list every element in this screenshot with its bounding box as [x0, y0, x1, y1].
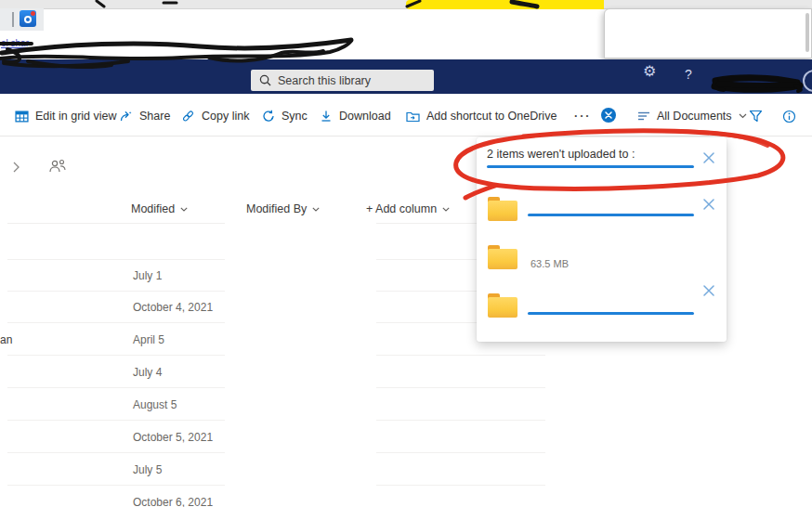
column-header-modified[interactable]: Modified: [131, 202, 188, 215]
modified-cell: July 1: [133, 269, 162, 282]
chevron-down-icon: [442, 207, 450, 212]
table-row[interactable]: October 5, 2021: [0, 421, 812, 453]
filter-button[interactable]: [749, 106, 763, 126]
suite-header-bar: Search this library ⚙ ?: [0, 59, 812, 94]
copy-link-label: Copy link: [202, 110, 249, 123]
download-button[interactable]: Download: [320, 106, 391, 126]
sync-button[interactable]: Sync: [262, 106, 308, 126]
grid-icon: [15, 110, 29, 124]
table-row[interactable]: July 5: [0, 453, 812, 486]
browser-dropdown-panel: [604, 8, 812, 58]
view-selector-label: All Documents: [657, 110, 732, 123]
copy-link-button[interactable]: Copy link: [181, 106, 249, 126]
close-icon: [703, 199, 714, 210]
edit-grid-view-button[interactable]: Edit in grid view: [15, 106, 117, 126]
search-placeholder: Search this library: [278, 74, 371, 87]
redacted-item-name: [528, 214, 694, 216]
add-shortcut-button[interactable]: Add shortcut to OneDrive: [406, 106, 557, 126]
filter-funnel-icon: [749, 110, 763, 123]
table-row[interactable]: August 5: [0, 388, 812, 421]
modified-by-header-label: Modified By: [246, 202, 307, 215]
column-header-modified-by[interactable]: Modified By: [246, 202, 320, 215]
search-input[interactable]: Search this library: [251, 70, 434, 91]
redacted-destination-name: [487, 165, 694, 168]
modified-cell: October 5, 2021: [133, 431, 213, 444]
folder-icon: [488, 245, 517, 269]
chevron-down-icon: [739, 113, 747, 119]
sharepoint-library-window: el shar Search this library ⚙ ? Edit in …: [0, 0, 812, 507]
upload-status-popup: 2 items weren't uploaded to : 63.5 MB: [477, 137, 727, 342]
view-list-icon: [637, 110, 650, 122]
download-icon: [320, 110, 333, 123]
table-row[interactable]: October 6, 2021: [0, 486, 812, 507]
file-name-cell: an: [0, 333, 12, 346]
share-icon: [119, 110, 133, 123]
scrollbar[interactable]: [805, 13, 809, 52]
upload-status-badge[interactable]: [601, 108, 616, 123]
shared-people-icon[interactable]: [48, 159, 67, 177]
folder-icon: [488, 197, 517, 221]
close-icon: [703, 152, 714, 163]
add-column-button[interactable]: + Add column: [366, 202, 450, 215]
account-avatar[interactable]: [803, 70, 812, 92]
ellipsis-icon: ···: [574, 110, 592, 123]
share-button[interactable]: Share: [119, 106, 170, 126]
item-size-label: 63.5 MB: [530, 258, 569, 269]
close-icon: [605, 111, 612, 119]
view-selector[interactable]: All Documents: [637, 106, 747, 126]
toolbar-divider: [12, 12, 14, 27]
modified-cell: July 4: [133, 366, 162, 379]
modified-cell: July 5: [133, 463, 162, 476]
table-row[interactable]: July 4: [0, 356, 812, 388]
folder-shortcut-icon: [406, 110, 420, 123]
gear-icon[interactable]: ⚙: [643, 62, 656, 80]
chevron-down-icon: [312, 207, 320, 212]
popup-close-button[interactable]: [703, 150, 714, 167]
chevron-down-icon: [180, 207, 188, 212]
download-label: Download: [339, 110, 391, 123]
folder-icon: [488, 293, 517, 318]
modified-cell: August 5: [133, 398, 177, 411]
share-label: Share: [139, 110, 170, 123]
command-bar-divider: [0, 136, 812, 136]
modified-cell: October 4, 2021: [133, 301, 213, 314]
search-icon: [259, 74, 271, 86]
upload-popup-title: 2 items weren't uploaded to :: [487, 148, 635, 161]
notification-dot: [31, 11, 35, 16]
camera-lens-icon: [24, 16, 32, 23]
link-icon: [181, 110, 195, 123]
dismiss-item-button[interactable]: [703, 197, 714, 214]
redacted-item-name: [528, 312, 694, 315]
bookmark-link[interactable]: el shar: [1, 38, 29, 48]
add-shortcut-label: Add shortcut to OneDrive: [426, 110, 557, 123]
add-column-label: + Add column: [366, 202, 437, 215]
modified-cell: October 6, 2021: [133, 496, 213, 507]
info-button[interactable]: [782, 106, 796, 126]
help-icon[interactable]: ?: [685, 67, 692, 82]
close-icon: [703, 285, 714, 296]
more-commands-button[interactable]: ···: [574, 106, 592, 126]
breadcrumb-chevron-icon[interactable]: [12, 161, 20, 177]
screen-capture-extension-icon[interactable]: [20, 10, 36, 27]
edit-grid-view-label: Edit in grid view: [35, 110, 117, 123]
yellow-highlighter-redaction: [406, 0, 604, 9]
dismiss-item-button[interactable]: [703, 283, 714, 300]
black-scribble-redaction: [0, 1, 537, 67]
modified-cell: April 5: [133, 333, 164, 346]
sync-label: Sync: [282, 110, 308, 123]
sync-icon: [262, 110, 275, 123]
modified-header-label: Modified: [131, 202, 175, 215]
info-icon: [782, 110, 796, 124]
